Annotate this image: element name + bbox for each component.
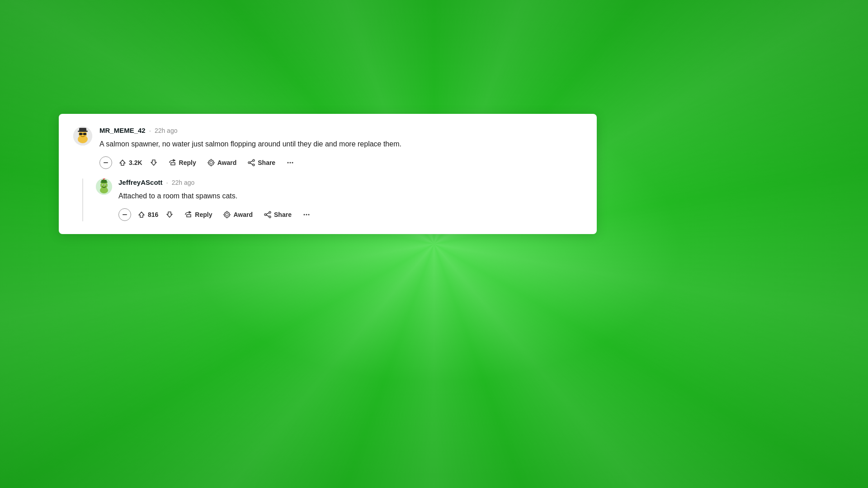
reply-award-label: Award bbox=[233, 211, 253, 218]
svg-point-24 bbox=[103, 185, 104, 186]
svg-point-9 bbox=[208, 160, 214, 165]
svg-point-32 bbox=[226, 213, 228, 216]
svg-point-31 bbox=[224, 212, 230, 217]
reply-action-bar: 816 bbox=[118, 208, 582, 221]
svg-point-40 bbox=[308, 214, 309, 216]
svg-point-38 bbox=[303, 214, 305, 216]
svg-point-12 bbox=[248, 162, 250, 164]
award-icon-reply bbox=[223, 211, 231, 219]
svg-point-34 bbox=[264, 214, 266, 216]
top-collapse-button[interactable] bbox=[99, 156, 112, 169]
svg-point-17 bbox=[290, 162, 291, 164]
reply-reply-button[interactable]: Reply bbox=[180, 208, 217, 221]
top-reply-label: Reply bbox=[179, 159, 196, 166]
svg-point-35 bbox=[269, 216, 271, 218]
share-icon bbox=[247, 159, 255, 167]
more-icon bbox=[286, 159, 294, 167]
reply-separator-dot: · bbox=[166, 178, 168, 186]
reply-section: JeffreyAScott · 22h ago Attached to a ro… bbox=[73, 178, 582, 221]
reply-icon-reply bbox=[184, 211, 193, 219]
top-username: MR_MEME_42 bbox=[99, 127, 146, 134]
top-comment-text: A salmon spawner, no water just salmon f… bbox=[99, 139, 582, 150]
reply-upvote-button[interactable]: 816 bbox=[133, 208, 163, 221]
svg-point-10 bbox=[210, 161, 212, 164]
separator-dot: · bbox=[149, 127, 151, 134]
svg-point-39 bbox=[306, 214, 307, 216]
top-reply-button[interactable]: Reply bbox=[164, 156, 201, 169]
svg-point-13 bbox=[253, 164, 255, 166]
downvote-icon bbox=[150, 159, 158, 167]
svg-point-33 bbox=[269, 211, 271, 213]
top-comment: MR_MEME_42 · 22h ago A salmon spawner, n… bbox=[73, 127, 582, 169]
reply-comment-meta: JeffreyAScott · 22h ago bbox=[118, 178, 582, 186]
reply-share-label: Share bbox=[274, 211, 292, 218]
top-award-label: Award bbox=[217, 159, 237, 166]
svg-point-16 bbox=[288, 162, 289, 164]
reply-reply-label: Reply bbox=[195, 211, 212, 218]
svg-point-25 bbox=[105, 185, 106, 186]
svg-rect-27 bbox=[101, 180, 107, 183]
share-icon-reply bbox=[264, 211, 272, 219]
avatar bbox=[73, 127, 92, 145]
reply-collapse-button[interactable] bbox=[118, 208, 131, 221]
reply-content: JeffreyAScott · 22h ago Attached to a ro… bbox=[83, 178, 582, 221]
reply-downvote-button[interactable] bbox=[165, 208, 178, 221]
svg-point-18 bbox=[292, 162, 293, 164]
svg-point-11 bbox=[253, 160, 255, 161]
top-vote-count: 3.2K bbox=[129, 159, 142, 166]
reply-award-button[interactable]: Award bbox=[218, 208, 257, 221]
minus-icon bbox=[103, 160, 108, 165]
reply-icon bbox=[169, 159, 177, 167]
reply-more-button[interactable] bbox=[298, 208, 315, 221]
top-downvote-button[interactable] bbox=[149, 156, 162, 169]
reply-share-button[interactable]: Share bbox=[259, 208, 296, 221]
svg-line-37 bbox=[266, 215, 269, 216]
svg-line-15 bbox=[250, 163, 253, 164]
top-share-button[interactable]: Share bbox=[243, 156, 280, 169]
minus-icon-reply bbox=[122, 212, 127, 217]
svg-line-36 bbox=[266, 213, 269, 214]
top-timestamp: 22h ago bbox=[155, 127, 178, 134]
top-action-bar: 3.2K Reply bbox=[99, 156, 582, 169]
reply-comment: JeffreyAScott · 22h ago Attached to a ro… bbox=[96, 178, 582, 221]
top-share-label: Share bbox=[258, 159, 275, 166]
svg-rect-7 bbox=[79, 128, 86, 131]
reply-timestamp: 22h ago bbox=[172, 179, 195, 186]
reply-comment-text: Attached to a room that spawns cats. bbox=[118, 191, 582, 202]
reply-comment-body: JeffreyAScott · 22h ago Attached to a ro… bbox=[118, 178, 582, 221]
background bbox=[0, 0, 868, 488]
top-award-button[interactable]: Award bbox=[203, 156, 241, 169]
svg-rect-4 bbox=[83, 133, 86, 135]
more-icon-reply bbox=[302, 211, 311, 219]
svg-rect-3 bbox=[79, 133, 82, 135]
award-icon bbox=[207, 159, 215, 167]
top-comment-meta: MR_MEME_42 · 22h ago bbox=[99, 127, 582, 134]
top-comment-body: MR_MEME_42 · 22h ago A salmon spawner, n… bbox=[99, 127, 582, 169]
reply-username: JeffreyAScott bbox=[118, 178, 163, 186]
upvote-icon bbox=[118, 159, 127, 167]
svg-line-14 bbox=[250, 161, 253, 162]
downvote-icon-reply bbox=[165, 211, 174, 219]
upvote-icon-reply bbox=[137, 211, 146, 219]
reply-vote-count: 816 bbox=[148, 211, 158, 218]
comment-card: MR_MEME_42 · 22h ago A salmon spawner, n… bbox=[59, 114, 597, 234]
top-upvote-button[interactable]: 3.2K bbox=[114, 156, 147, 169]
top-more-button[interactable] bbox=[282, 156, 299, 169]
reply-avatar bbox=[96, 178, 112, 195]
